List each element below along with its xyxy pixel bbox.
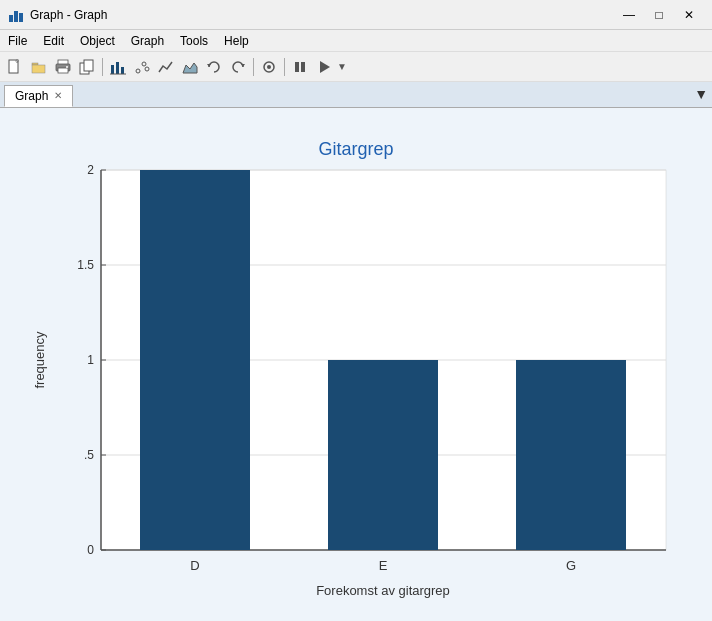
- redo-button[interactable]: [227, 56, 249, 78]
- undo-button[interactable]: [203, 56, 225, 78]
- scatter-button[interactable]: [131, 56, 153, 78]
- app-icon: [8, 7, 24, 23]
- menu-object[interactable]: Object: [72, 32, 123, 50]
- svg-rect-12: [111, 65, 114, 74]
- title-bar-controls: — □ ✕: [614, 5, 704, 25]
- play-icon: [316, 59, 332, 75]
- svg-rect-8: [58, 68, 68, 73]
- separator-1: [102, 58, 103, 76]
- x-label-E: E: [379, 558, 388, 573]
- svg-point-17: [142, 62, 146, 66]
- svg-point-16: [136, 69, 140, 73]
- svg-marker-20: [207, 64, 211, 67]
- bar-chart: Gitargrep 0 .5 1 1.5 2: [26, 120, 686, 610]
- play-button[interactable]: [313, 56, 335, 78]
- graph-tab[interactable]: Graph ✕: [4, 85, 73, 107]
- y-tick-0.5: .5: [84, 448, 94, 462]
- bar-D: [140, 170, 250, 550]
- open-icon: [31, 59, 47, 75]
- menu-file[interactable]: File: [0, 32, 35, 50]
- line-icon: [158, 59, 174, 75]
- svg-rect-5: [32, 65, 45, 73]
- scatter-icon: [134, 59, 150, 75]
- toolbar: ▼: [0, 52, 712, 82]
- y-axis-label: frequency: [32, 330, 47, 388]
- svg-rect-11: [84, 60, 93, 71]
- line-button[interactable]: [155, 56, 177, 78]
- maximize-button[interactable]: □: [644, 5, 674, 25]
- menu-tools[interactable]: Tools: [172, 32, 216, 50]
- svg-point-9: [66, 66, 68, 68]
- play-dropdown-arrow: ▼: [337, 61, 347, 72]
- print-icon: [55, 59, 71, 75]
- svg-rect-0: [9, 15, 13, 22]
- tab-close-button[interactable]: ✕: [54, 91, 62, 101]
- redo-icon: [230, 59, 246, 75]
- main-content: Gitargrep 0 .5 1 1.5 2: [0, 108, 712, 621]
- separator-2: [253, 58, 254, 76]
- svg-rect-2: [19, 13, 23, 22]
- menu-help[interactable]: Help: [216, 32, 257, 50]
- title-bar: Graph - Graph — □ ✕: [0, 0, 712, 30]
- title-bar-left: Graph - Graph: [8, 7, 107, 23]
- new-button[interactable]: [4, 56, 26, 78]
- dot-button[interactable]: [258, 56, 280, 78]
- tab-label: Graph: [15, 89, 48, 103]
- svg-rect-13: [116, 62, 119, 74]
- svg-marker-19: [183, 63, 197, 73]
- svg-point-23: [267, 65, 271, 69]
- bar-chart-button[interactable]: [107, 56, 129, 78]
- y-tick-1.5: 1.5: [77, 258, 94, 272]
- x-axis-label: Forekomst av gitargrep: [316, 583, 450, 598]
- bar-E: [328, 360, 438, 550]
- y-tick-1: 1: [87, 353, 94, 367]
- svg-rect-4: [32, 63, 38, 65]
- y-tick-2: 2: [87, 163, 94, 177]
- x-label-D: D: [190, 558, 199, 573]
- area-icon: [182, 59, 198, 75]
- svg-rect-1: [14, 11, 18, 22]
- menu-bar: File Edit Object Graph Tools Help: [0, 30, 712, 52]
- pause-icon: [292, 59, 308, 75]
- open-button[interactable]: [28, 56, 50, 78]
- menu-graph[interactable]: Graph: [123, 32, 172, 50]
- svg-point-18: [145, 67, 149, 71]
- y-tick-0: 0: [87, 543, 94, 557]
- svg-rect-14: [121, 67, 124, 74]
- bar-G: [516, 360, 626, 550]
- tab-scroll-button[interactable]: ▼: [694, 86, 708, 102]
- svg-marker-21: [241, 64, 245, 67]
- svg-rect-25: [301, 62, 305, 72]
- svg-marker-26: [320, 61, 330, 73]
- menu-edit[interactable]: Edit: [35, 32, 72, 50]
- chart-title: Gitargrep: [318, 139, 393, 159]
- dot-icon: [261, 59, 277, 75]
- close-button[interactable]: ✕: [674, 5, 704, 25]
- chart-container: Gitargrep 0 .5 1 1.5 2: [0, 108, 712, 621]
- x-label-G: G: [566, 558, 576, 573]
- svg-rect-24: [295, 62, 299, 72]
- new-icon: [7, 59, 23, 75]
- area-button[interactable]: [179, 56, 201, 78]
- copy-button[interactable]: [76, 56, 98, 78]
- window-title: Graph - Graph: [30, 8, 107, 22]
- undo-icon: [206, 59, 222, 75]
- bar-chart-icon: [110, 59, 126, 75]
- separator-3: [284, 58, 285, 76]
- copy-icon: [79, 59, 95, 75]
- print-button[interactable]: [52, 56, 74, 78]
- tab-bar: Graph ✕ ▼: [0, 82, 712, 108]
- pause-button[interactable]: [289, 56, 311, 78]
- minimize-button[interactable]: —: [614, 5, 644, 25]
